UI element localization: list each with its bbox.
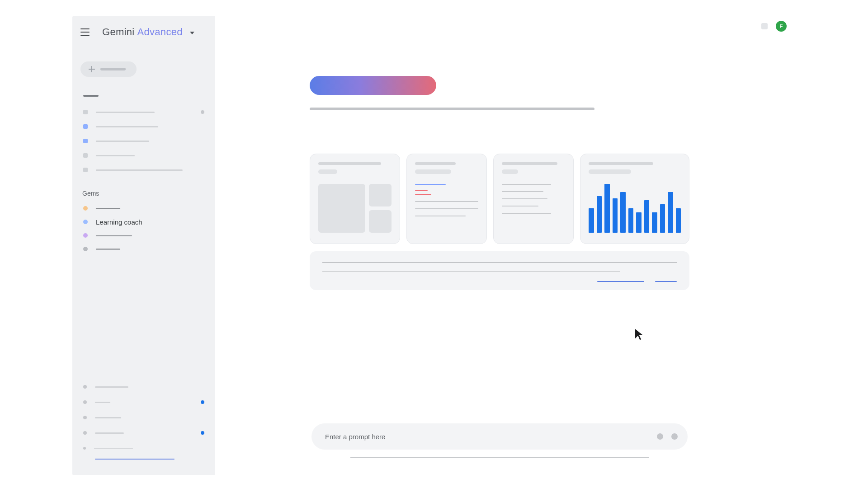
gem-dot-icon [83,206,88,211]
avatar-initial: F [780,23,783,29]
suggestion-card[interactable] [493,154,574,244]
gem-item[interactable] [80,242,207,256]
footer-item[interactable] [80,394,207,410]
avatar[interactable]: F [776,21,787,32]
greeting-subtitle-placeholder [310,108,594,110]
prompt-input[interactable]: Enter a prompt here [311,423,688,450]
gem-item[interactable] [80,202,207,215]
apps-icon[interactable] [761,23,768,29]
footer-item[interactable] [80,425,207,441]
notification-dot-icon [201,400,204,404]
recent-item[interactable] [80,163,207,177]
brand-name: Gemini [102,26,135,38]
bar-chart [589,184,681,233]
info-action[interactable] [597,281,644,282]
image-thumbnail [369,210,392,233]
gem-item[interactable] [80,229,207,242]
footer-item[interactable] [80,441,207,456]
recent-item[interactable] [80,134,207,148]
image-thumbnail [369,184,392,206]
info-card [310,251,689,290]
prompt-attach-icon[interactable] [657,433,663,440]
brand-tier: Advanced [137,26,183,38]
gem-dot-icon [83,220,88,224]
image-thumbnail [318,184,365,233]
sidebar-footer [80,379,207,467]
suggestion-card-chart[interactable] [580,154,689,244]
footer-disclaimer-placeholder [350,457,649,458]
new-chat-button[interactable] [80,61,137,77]
recent-label-placeholder [83,95,99,97]
gem-item-learning-coach[interactable]: Learning coach [80,215,207,229]
main-content: F [215,16,796,475]
footer-link-placeholder[interactable] [95,459,175,460]
menu-icon[interactable] [80,28,90,36]
new-chat-label-placeholder [100,68,126,70]
recent-item[interactable] [80,105,207,119]
suggestion-card[interactable] [406,154,487,244]
item-action-icon[interactable] [201,110,204,114]
info-action[interactable] [655,281,677,282]
plus-icon [89,66,95,72]
footer-item[interactable] [80,379,207,394]
sidebar: Gemini Advanced [72,16,215,475]
gem-dot-icon [83,233,88,238]
brand-selector[interactable]: Gemini Advanced [102,26,194,38]
gem-label: Learning coach [96,218,142,226]
suggestion-card[interactable] [310,154,400,244]
cursor-icon [632,327,647,342]
gem-dot-icon [83,247,88,251]
prompt-placeholder: Enter a prompt here [325,433,649,441]
recent-item[interactable] [80,119,207,134]
notification-dot-icon [201,431,204,435]
chevron-down-icon [190,32,194,34]
recent-item[interactable] [80,148,207,163]
prompt-mic-icon[interactable] [671,433,678,440]
greeting-pill [310,76,436,95]
gems-section-label: Gems [82,190,207,197]
footer-item[interactable] [80,410,207,425]
